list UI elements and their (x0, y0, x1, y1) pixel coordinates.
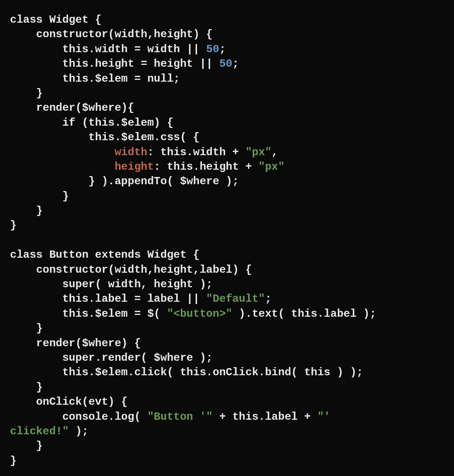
code-token: constructor(width,height,label) { (10, 264, 252, 276)
code-token: class Widget { (10, 14, 102, 26)
code-token: class Button extends Widget { (10, 249, 200, 261)
code-token: , (271, 146, 278, 158)
code-token: } (10, 190, 69, 202)
code-token (10, 146, 114, 158)
code-token: } (10, 440, 43, 452)
code-token: : this.height + (154, 161, 258, 173)
code-token: ).text( this.label ); (232, 308, 376, 320)
code-token: } (10, 381, 43, 393)
code-token: onClick(evt) { (10, 396, 128, 408)
code-token: super.render( $where ); (10, 352, 212, 364)
code-token: this.$elem.css( { (10, 131, 200, 143)
code-token: this.label = label || (10, 293, 206, 305)
code-token: "' (317, 411, 331, 423)
code-block: class Widget { constructor(width,height)… (0, 0, 454, 476)
code-token: } (10, 322, 43, 334)
code-token: height (114, 161, 153, 173)
code-token: "px" (246, 146, 272, 158)
code-token: this.$elem = null; (10, 73, 180, 85)
code-token: render($where) { (10, 337, 141, 349)
code-token: ); (69, 425, 89, 437)
code-token (10, 161, 114, 173)
code-token: } (10, 205, 43, 217)
code-token: } (10, 87, 43, 99)
code-token: : this.width + (147, 146, 245, 158)
code-token: super( width, height ); (10, 278, 212, 290)
code-token: this.$elem = $( (10, 308, 167, 320)
code-token: "px" (258, 161, 285, 173)
code-token: render($where){ (10, 102, 134, 114)
code-token: ; (219, 43, 226, 55)
code-token: if (this.$elem) { (10, 117, 173, 129)
code-token: this.width = width || (10, 43, 206, 55)
code-token: 50 (219, 58, 232, 70)
code-token: "Default" (206, 293, 265, 305)
code-token: "Button '" (147, 411, 212, 423)
code-token: this.height = height || (10, 58, 219, 70)
code-token: } (10, 455, 16, 467)
code-token: } ).appendTo( $where ); (10, 175, 239, 187)
code-token: ; (265, 293, 271, 305)
code-token: console.log( (10, 411, 147, 423)
code-token: 50 (206, 43, 219, 55)
code-token: this.$elem.click( this.onClick.bind( thi… (10, 366, 363, 378)
code-token: width (114, 146, 147, 158)
code-token: } (10, 219, 16, 231)
code-token: + this.label + (212, 411, 317, 423)
code-token: clicked!" (10, 425, 69, 437)
code-token: ; (232, 58, 239, 70)
code-token: "<button>" (167, 308, 232, 320)
code-token: constructor(width,height) { (10, 28, 212, 40)
